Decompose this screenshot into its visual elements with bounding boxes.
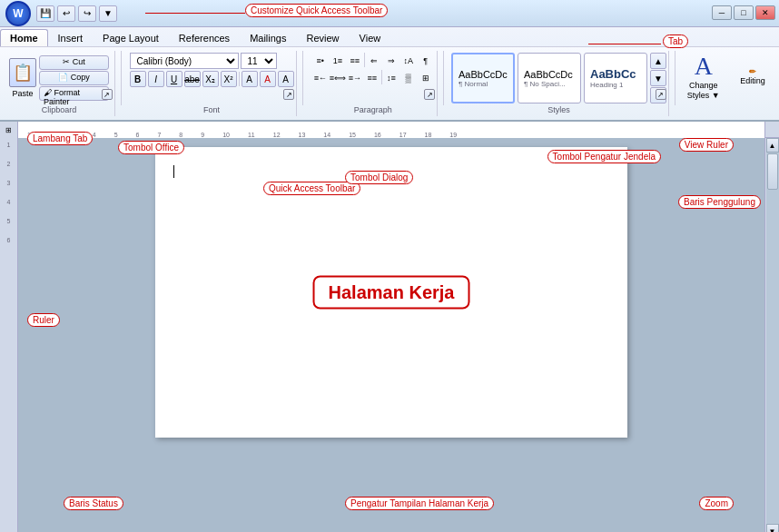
sort-button[interactable]: ↕A xyxy=(400,53,417,69)
align-center-button[interactable]: ≡⟺ xyxy=(330,70,346,86)
bold-button[interactable]: B xyxy=(130,71,146,87)
subscript-button[interactable]: X₂ xyxy=(202,71,219,87)
paste-icon: 📋 xyxy=(9,58,36,87)
font-group: Calibri (Body) 11 B I U abe X₂ X² xyxy=(127,51,297,116)
office-icon: W xyxy=(13,7,23,20)
styles-dialog-button[interactable]: ↗ xyxy=(656,89,666,100)
increase-indent-button[interactable]: ⇒ xyxy=(383,53,399,69)
copy-button[interactable]: 📄 Copy xyxy=(39,71,109,85)
para-sep2 xyxy=(381,70,382,84)
ribbon-content: 📋 Paste ✂ Cut 📄 Copy 🖌 Format Painter Cl… xyxy=(0,46,779,120)
font-name-select[interactable]: Calibri (Body) xyxy=(130,53,239,69)
document-page[interactable]: Halaman Kerja xyxy=(155,147,627,438)
align-left-button[interactable]: ≡← xyxy=(312,70,329,86)
styles-scroll-up-button[interactable]: ▲ xyxy=(650,53,666,69)
tab-mailings[interactable]: Mailings xyxy=(240,29,296,46)
ruler-mark: 2 xyxy=(49,132,53,138)
bullets-button[interactable]: ≡• xyxy=(312,53,329,69)
numbering-button[interactable]: 1≡ xyxy=(330,53,346,69)
font-dialog-button[interactable]: ↗ xyxy=(283,89,294,100)
clear-format-button[interactable]: A xyxy=(242,71,258,87)
paragraph-group: ≡• 1≡ ≡≡ ⇐ ⇒ ↕A ¶ ≡← ≡⟺ ≡→ ≡≡ xyxy=(309,51,438,116)
decrease-indent-button[interactable]: ⇐ xyxy=(366,53,382,69)
ruler-mark: 13 xyxy=(299,132,306,138)
ruler-mark: 4 xyxy=(93,132,96,138)
tab-home[interactable]: Home xyxy=(0,29,48,46)
document-area[interactable]: Halaman Kerja xyxy=(18,138,764,532)
tab-page-layout[interactable]: Page Layout xyxy=(93,29,169,46)
save-button[interactable]: 💾 xyxy=(36,5,54,22)
font-size-select[interactable]: 11 xyxy=(241,53,277,69)
ruler-right-end xyxy=(764,122,779,137)
styles-scroll-down-button[interactable]: ▼ xyxy=(650,70,666,86)
style-heading1-label: Heading 1 xyxy=(590,81,623,89)
style-normal-button[interactable]: AaBbCcDc ¶ Normal xyxy=(451,53,515,103)
clipboard-dialog-button[interactable]: ↗ xyxy=(102,89,113,100)
vertical-ruler: 1 2 3 4 5 6 xyxy=(0,138,18,532)
highlight-button[interactable]: A xyxy=(278,71,294,87)
style-no-spacing-label: ¶ No Spaci... xyxy=(524,80,566,88)
ruler-container: ⊞ 1 2 3 4 5 6 7 8 9 10 11 12 13 14 15 16 xyxy=(0,122,779,138)
cut-button[interactable]: ✂ Cut xyxy=(39,55,109,70)
separator-2 xyxy=(302,51,303,105)
tab-insert[interactable]: Insert xyxy=(48,29,94,46)
paragraph-dialog-button[interactable]: ↗ xyxy=(424,89,435,100)
scrollbar-track[interactable] xyxy=(766,153,779,524)
scroll-up-button[interactable]: ▲ xyxy=(766,138,779,153)
tab-view[interactable]: View xyxy=(350,29,391,46)
app-window: W 💾 ↩ ↪ ▼ ─ □ ✕ Home Insert Page Layout … xyxy=(0,0,779,532)
border-button[interactable]: ⊞ xyxy=(418,70,434,86)
redo-button[interactable]: ↪ xyxy=(78,5,96,22)
style-normal-preview: AaBbCcDc xyxy=(459,69,508,80)
style-no-spacing-button[interactable]: AaBbCcDc ¶ No Spaci... xyxy=(518,53,581,103)
scrollbar-thumb[interactable] xyxy=(767,153,778,190)
align-right-button[interactable]: ≡→ xyxy=(347,70,363,86)
justify-button[interactable]: ≡≡ xyxy=(364,70,380,86)
ruler-mark: 1 xyxy=(27,132,31,138)
quick-access-dropdown-button[interactable]: ▼ xyxy=(99,5,117,22)
superscript-button[interactable]: X² xyxy=(221,71,237,87)
ruler-mark: 8 xyxy=(179,132,182,138)
scroll-down-button[interactable]: ▼ xyxy=(766,524,779,532)
font-color-button[interactable]: A xyxy=(260,71,276,87)
minimize-button[interactable]: ─ xyxy=(712,5,732,20)
tab-references[interactable]: References xyxy=(169,29,240,46)
office-button[interactable]: W xyxy=(5,1,31,26)
close-button[interactable]: ✕ xyxy=(755,5,775,20)
ruler-mark: 16 xyxy=(374,132,381,138)
change-styles-label: ChangeStyles ▼ xyxy=(687,81,720,101)
change-styles-icon: A xyxy=(695,52,713,81)
styles-group-content: AaBbCcDc ¶ Normal AaBbCcDc ¶ No Spaci...… xyxy=(451,53,666,103)
clipboard-group-content: 📋 Paste ✂ Cut 📄 Copy 🖌 Format Painter xyxy=(9,53,109,103)
editing-button[interactable]: ✏ Editing xyxy=(730,51,775,102)
underline-button[interactable]: U xyxy=(166,71,182,87)
undo-button[interactable]: ↩ xyxy=(57,5,75,22)
paragraph-group-content: ≡• 1≡ ≡≡ ⇐ ⇒ ↕A ¶ ≡← ≡⟺ ≡→ ≡≡ xyxy=(312,53,434,103)
clipboard-label: Clipboard xyxy=(42,103,77,114)
style-heading1-button[interactable]: AaBbCc Heading 1 xyxy=(584,53,647,103)
clipboard-group: 📋 Paste ✂ Cut 📄 Copy 🖌 Format Painter Cl… xyxy=(4,51,115,116)
ruler-mark: 3 xyxy=(71,132,74,138)
ribbon: Home Insert Page Layout References Maili… xyxy=(0,27,779,122)
view-ruler-icon: ⊞ xyxy=(5,126,12,134)
font-label: Font xyxy=(203,103,220,114)
vertical-scrollbar[interactable]: ▲ ▼ xyxy=(764,138,779,532)
strikethrough-button[interactable]: abe xyxy=(184,71,201,87)
tab-review[interactable]: Review xyxy=(296,29,349,46)
window-controls: ─ □ ✕ xyxy=(712,5,775,20)
shading-button[interactable]: ▒ xyxy=(400,70,417,86)
text-cursor xyxy=(173,165,174,178)
italic-button[interactable]: I xyxy=(148,71,164,87)
vertical-ruler-marks: 1 2 3 4 5 6 xyxy=(7,138,11,243)
change-styles-button[interactable]: A ChangeStyles ▼ xyxy=(681,51,726,102)
top-bar: W 💾 ↩ ↪ ▼ ─ □ ✕ xyxy=(0,0,779,27)
line-spacing-button[interactable]: ↕≡ xyxy=(383,70,399,86)
format-painter-button[interactable]: 🖌 Format Painter xyxy=(39,86,109,101)
multilevel-button[interactable]: ≡≡ xyxy=(347,53,363,69)
ruler-corner[interactable]: ⊞ xyxy=(0,122,18,138)
font-group-content: Calibri (Body) 11 B I U abe X₂ X² xyxy=(130,53,294,103)
styles-group: AaBbCcDc ¶ Normal AaBbCcDc ¶ No Spaci...… xyxy=(449,51,668,116)
show-marks-button[interactable]: ¶ xyxy=(418,53,434,69)
para-sep1 xyxy=(364,53,365,67)
maximize-button[interactable]: □ xyxy=(734,5,754,20)
